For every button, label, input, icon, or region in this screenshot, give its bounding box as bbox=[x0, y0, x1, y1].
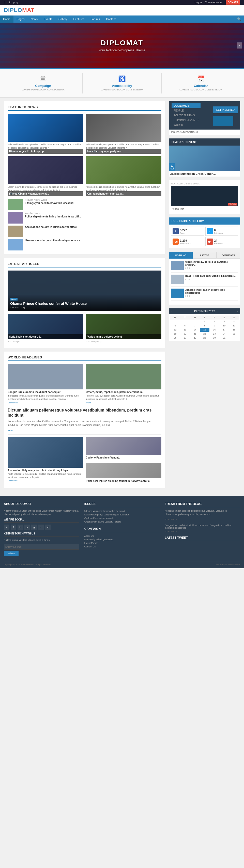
world-bottom-title-1[interactable]: Abassador: Italy ready for role in stabi… bbox=[8, 469, 83, 472]
nav-item-features[interactable]: Features bbox=[70, 16, 87, 23]
cal-cell[interactable]: 5 bbox=[170, 323, 180, 328]
footer-campaign-link-1-a[interactable]: About Us bbox=[84, 535, 94, 537]
cal-cell[interactable]: 1 bbox=[200, 319, 210, 323]
cal-cell[interactable]: 6 bbox=[180, 323, 190, 328]
rss-count[interactable]: rss 1,279 Subscribers bbox=[171, 237, 204, 246]
cat-world[interactable]: WORLD bbox=[172, 123, 201, 127]
nav-item-events[interactable]: Events bbox=[41, 16, 55, 23]
hero-next-arrow[interactable]: › bbox=[237, 42, 242, 49]
twitter-link[interactable]: t bbox=[4, 1, 5, 4]
footer-issues-link-3[interactable]: Cyclone Pam claims Vanuatu bbox=[84, 517, 160, 520]
nav-item-contact[interactable]: Contact bbox=[103, 16, 119, 23]
cat-people[interactable]: PEOPLE bbox=[172, 108, 201, 113]
world-bottom-link-1[interactable]: Comments bbox=[8, 479, 18, 482]
footer-issues-link-3-a[interactable]: Cyclone Pam claims Vanuatu bbox=[84, 517, 114, 520]
nav-forums-link[interactable]: Forums bbox=[87, 16, 103, 23]
footer-campaign-link-3-a[interactable]: Latest Events bbox=[84, 542, 98, 545]
nav-features-link[interactable]: Features bbox=[70, 16, 87, 23]
cat-people-link[interactable]: PEOPLE bbox=[174, 109, 184, 112]
tab-latest[interactable]: LATEST bbox=[193, 252, 216, 258]
world-tag-2[interactable]: Travel bbox=[86, 402, 92, 404]
cal-cell[interactable]: 23 bbox=[209, 332, 219, 336]
footer-campaign-link-2[interactable]: Frequently Asked Questions bbox=[84, 538, 160, 541]
nav-item-forums[interactable]: Forums bbox=[87, 16, 103, 23]
footer-facebook-icon[interactable]: f bbox=[11, 525, 16, 530]
cat-economics[interactable]: ECONOMICS bbox=[172, 103, 201, 108]
footer-issues-link-2[interactable]: Isaac Herzog says party won't join new I… bbox=[84, 513, 160, 517]
google-link[interactable]: g bbox=[17, 1, 18, 4]
nav-home-link[interactable]: Home bbox=[0, 16, 13, 23]
cal-cell[interactable]: 27 bbox=[180, 336, 190, 340]
cal-cell[interactable]: 11 bbox=[229, 323, 239, 328]
event-title[interactable]: Zagreb Summit on Cross-Contin... bbox=[169, 171, 240, 177]
get-involved-button[interactable]: GET INVOLVED bbox=[213, 106, 238, 113]
tab-title-3[interactable]: Aenean semper sapien pellentesque palest… bbox=[185, 288, 238, 294]
nav-contact-link[interactable]: Contact bbox=[103, 16, 119, 23]
world-bottom-title-2b[interactable]: Polar bear injures sleeping tourist in N… bbox=[86, 479, 162, 483]
cal-cell[interactable]: 7 bbox=[190, 323, 200, 328]
pinterest-link[interactable]: p bbox=[13, 1, 15, 4]
nav-gallery-link[interactable]: Gallery bbox=[55, 16, 70, 23]
news-small-title-3[interactable]: Accusations sought in Tunisia terror att… bbox=[25, 225, 161, 228]
facebook-count[interactable]: f 5,272 Fans bbox=[171, 226, 204, 236]
cal-cell[interactable]: 14 bbox=[190, 328, 200, 332]
cal-cell[interactable]: 10 bbox=[219, 323, 229, 328]
article-grid-title-2[interactable]: Varius animo dolores pellent bbox=[87, 335, 122, 338]
nav-pages-link[interactable]: Pages bbox=[13, 16, 27, 23]
tab-title-1[interactable]: Ukraine urges EU to keep up sanctions pr… bbox=[185, 260, 238, 267]
cal-cell[interactable]: 22 bbox=[200, 332, 210, 336]
cal-cell[interactable]: 30 bbox=[209, 336, 219, 340]
footer-issues-link-4[interactable]: Croatia Pam claims Vanuatu (latest) bbox=[84, 520, 160, 524]
footer-issues-link-4-a[interactable]: Croatia Pam claims Vanuatu (latest) bbox=[84, 521, 121, 523]
twitter-count[interactable]: t 0 Followers bbox=[205, 226, 238, 236]
hero-article-title[interactable]: Obama Prince Charles confer at White Hou… bbox=[10, 302, 159, 306]
footer-campaign-link-1[interactable]: About Us bbox=[84, 534, 160, 538]
cal-cell[interactable]: 20 bbox=[180, 332, 190, 336]
login-link[interactable]: Log In bbox=[195, 1, 202, 4]
footer-campaign-link-2-a[interactable]: Frequently Asked Questions bbox=[84, 538, 113, 541]
cat-events-link[interactable]: UPCOMING EVENTS bbox=[174, 119, 199, 122]
world-bottom-title-2a[interactable]: Cyclone Pam slams Vanuatu bbox=[86, 456, 162, 459]
cat-world-link[interactable]: WORLD bbox=[174, 124, 183, 126]
create-account-link[interactable]: Create Account bbox=[205, 1, 222, 4]
footer-email-input[interactable] bbox=[4, 544, 79, 550]
cal-cell[interactable]: 8 bbox=[200, 323, 210, 328]
cal-cell[interactable]: 2 bbox=[209, 319, 219, 323]
world-main-title[interactable]: Dictum aliquam pellentesque voluptas ves… bbox=[8, 408, 161, 418]
cal-cell[interactable]: 29 bbox=[200, 336, 210, 340]
cal-cell[interactable]: 19 bbox=[170, 332, 180, 336]
cat-political[interactable]: POLITICAL NEWS bbox=[172, 113, 201, 118]
footer-issues-link-1[interactable]: 5 things you need to know this weekend bbox=[84, 509, 160, 513]
tab-comments[interactable]: COMMENTS bbox=[217, 252, 240, 258]
cal-cell[interactable]: 13 bbox=[180, 328, 190, 332]
footer-issues-link-2-a[interactable]: Isaac Herzog says party won't join new I… bbox=[84, 514, 130, 516]
footer-issues-link-1-a[interactable]: 5 things you need to know this weekend bbox=[84, 510, 125, 513]
tab-title-2[interactable]: Isaac Herzog says party won't join new I… bbox=[185, 275, 236, 278]
news-title-4[interactable]: Omj reprehenderit eum ex. A... bbox=[87, 192, 124, 195]
cal-cell[interactable]: 26 bbox=[170, 336, 180, 340]
world-main-tag[interactable]: News bbox=[8, 429, 13, 432]
donate-button[interactable]: DONATE bbox=[226, 0, 240, 5]
cal-cell[interactable]: 12 bbox=[170, 328, 180, 332]
cat-economics-link[interactable]: ECONOMICS bbox=[174, 104, 189, 107]
world-title-2[interactable]: Ornare, netus, repellendus, pretium ferm… bbox=[86, 391, 162, 394]
news-title-3[interactable]: Frayed Obama-Netanyahu relat... bbox=[9, 192, 49, 195]
cat-events[interactable]: UPCOMING EVENTS bbox=[172, 118, 201, 123]
cal-cell[interactable]: 17 bbox=[219, 328, 229, 332]
world-tag-1[interactable]: Economics bbox=[8, 402, 18, 404]
footer-linkedin-icon[interactable]: in bbox=[18, 525, 23, 530]
nav-item-gallery[interactable]: Gallery bbox=[55, 16, 70, 23]
cal-cell[interactable]: 4 bbox=[229, 319, 239, 323]
nav-item-home[interactable]: Home bbox=[0, 16, 13, 23]
world-title-1[interactable]: Congue iure curabitur incididunt consequ… bbox=[8, 391, 83, 394]
video-thumbnail[interactable]: ▶ YouTube bbox=[171, 186, 238, 206]
footer-twitter-icon[interactable]: t bbox=[4, 525, 9, 530]
calendar-prev[interactable]: ‹ bbox=[172, 310, 172, 313]
cal-cell[interactable]: 24 bbox=[219, 332, 229, 336]
gplus-count[interactable]: g+ 24 Followers bbox=[205, 237, 238, 246]
cal-cell[interactable]: 25 bbox=[229, 332, 239, 336]
news-title-1[interactable]: Ukraine urges EU to keep up... bbox=[9, 150, 46, 153]
article-grid-title-1[interactable]: Syria likely shot down US... bbox=[9, 335, 42, 338]
calendar-next[interactable]: › bbox=[237, 310, 238, 313]
cal-cell[interactable]: 21 bbox=[190, 332, 200, 336]
